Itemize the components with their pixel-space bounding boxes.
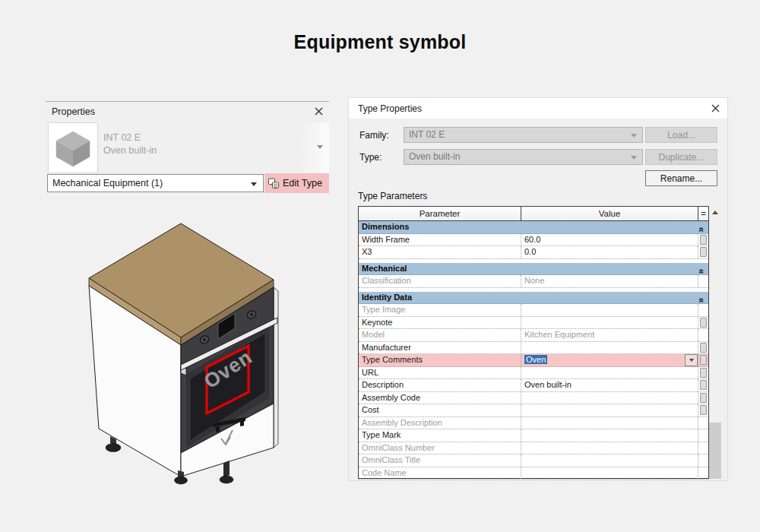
- section-label: Dimensions: [359, 221, 409, 233]
- associate-parameter-button[interactable]: [700, 318, 707, 328]
- parameter-value-cell[interactable]: 60.0: [521, 234, 698, 246]
- type-parameters-table: Parameter Value = DimensionsWidth Frame6…: [358, 206, 709, 479]
- parameter-value-cell[interactable]: [521, 454, 698, 467]
- properties-panel: Properties INT 02 E Oven built-in Mechan…: [46, 101, 329, 194]
- load-button[interactable]: Load...: [645, 127, 717, 143]
- parameter-name-cell: Type Comments: [359, 354, 521, 366]
- edit-type-label: Edit Type: [283, 178, 322, 188]
- parameter-value-cell[interactable]: [521, 304, 698, 316]
- associate-cell: [698, 379, 708, 391]
- parameter-row[interactable]: ModelKitchen Equipment: [359, 329, 708, 342]
- associate-cell: [698, 246, 708, 258]
- parameter-value-cell[interactable]: Oven built-in: [521, 379, 698, 391]
- parameter-value-cell[interactable]: [521, 342, 698, 354]
- parameter-row[interactable]: Keynote: [359, 317, 708, 330]
- parameter-value-cell[interactable]: [521, 429, 698, 442]
- edit-type-button[interactable]: Edit Type: [264, 173, 329, 193]
- parameter-row[interactable]: Type Image: [359, 304, 708, 317]
- type-value: Oven built-in: [409, 151, 460, 162]
- associate-parameter-button[interactable]: [700, 343, 707, 353]
- associate-parameter-button[interactable]: [700, 368, 707, 378]
- parameter-row[interactable]: URL: [359, 367, 708, 380]
- parameter-row[interactable]: Manufacturer: [359, 342, 708, 355]
- associate-cell: [698, 304, 708, 316]
- type-thumbnail[interactable]: [48, 122, 98, 173]
- close-icon[interactable]: [711, 104, 720, 112]
- rename-button[interactable]: Rename...: [645, 170, 717, 186]
- oven-illustration: Oven: [67, 217, 313, 492]
- parameter-value-cell[interactable]: [521, 404, 698, 416]
- properties-title: Properties: [52, 106, 95, 117]
- column-header-value[interactable]: Value: [521, 207, 698, 220]
- scrollbar-thumb[interactable]: [709, 423, 721, 479]
- type-selector-value: Mechanical Equipment (1): [52, 178, 163, 188]
- scroll-up-button[interactable]: [709, 206, 721, 219]
- associate-parameter-button[interactable]: [700, 380, 707, 390]
- section-header-row[interactable]: Dimensions: [359, 221, 708, 234]
- parameter-row[interactable]: Type Mark: [359, 429, 708, 442]
- table-scrollbar[interactable]: [709, 206, 721, 479]
- type-selector-combobox[interactable]: Mechanical Equipment (1): [47, 174, 264, 192]
- parameter-row[interactable]: ClassificationNone: [359, 275, 708, 288]
- parameter-value-cell[interactable]: [521, 442, 698, 454]
- parameter-row[interactable]: Type CommentsOven: [359, 354, 708, 367]
- parameter-value-cell[interactable]: [521, 392, 698, 404]
- parameter-value: 0.0: [524, 247, 536, 256]
- section-header-row[interactable]: Mechanical: [359, 263, 708, 276]
- parameter-row[interactable]: Assembly Code: [359, 392, 708, 405]
- parameter-value-cell[interactable]: None: [521, 275, 698, 287]
- parameter-name-cell: OmniClass Title: [359, 454, 521, 467]
- close-icon[interactable]: [315, 107, 323, 116]
- parameter-row[interactable]: X30.0: [359, 246, 708, 259]
- parameter-value-cell[interactable]: [521, 417, 698, 429]
- associate-parameter-button[interactable]: [700, 235, 707, 245]
- associate-cell: [698, 329, 708, 341]
- type-label: Type:: [359, 152, 382, 163]
- family-name: INT 02 E: [103, 132, 141, 143]
- parameter-value-cell[interactable]: [521, 317, 698, 329]
- parameter-name-cell: Description: [359, 379, 521, 391]
- foot: [175, 477, 188, 484]
- family-combobox[interactable]: INT 02 E: [404, 127, 643, 143]
- section-header-row[interactable]: Identity Data: [359, 292, 708, 305]
- chevron-down-icon: [689, 359, 694, 362]
- parameter-value-cell[interactable]: Oven: [521, 354, 698, 366]
- associate-parameter-button[interactable]: [700, 393, 707, 403]
- parameter-value: None: [524, 276, 544, 285]
- parameter-value-cell[interactable]: 0.0: [521, 246, 698, 258]
- associate-parameter-button[interactable]: [700, 247, 707, 257]
- parameter-name-cell: Classification: [359, 275, 521, 287]
- parameter-name-cell: Manufacturer: [359, 342, 521, 354]
- duplicate-button[interactable]: Duplicate...: [645, 149, 717, 165]
- family-label: Family:: [359, 130, 389, 141]
- table-header: Parameter Value =: [359, 207, 708, 221]
- associate-cell: [698, 342, 708, 354]
- type-parameters-label: Type Parameters: [358, 191, 427, 201]
- oven-3d-view: Oven: [67, 217, 313, 492]
- parameter-row[interactable]: Assembly Description: [359, 417, 708, 430]
- parameter-row[interactable]: OmniClass Number: [359, 442, 708, 455]
- parameter-name-cell: Model: [359, 329, 521, 341]
- value-dropdown-button[interactable]: [685, 354, 698, 366]
- edit-type-icon: [268, 177, 280, 189]
- type-dropdown-strip[interactable]: [300, 122, 329, 173]
- page-title: Equipment symbol: [0, 31, 760, 53]
- parameter-name-cell: URL: [359, 367, 521, 379]
- parameter-value: Oven: [524, 355, 547, 364]
- parameter-value-cell[interactable]: [521, 367, 698, 379]
- parameter-value-cell[interactable]: Kitchen Equipment: [521, 329, 698, 341]
- cube-icon: [51, 126, 95, 170]
- parameter-row[interactable]: Code Name: [359, 467, 708, 480]
- parameter-row[interactable]: OmniClass Title: [359, 454, 708, 467]
- associate-cell: [698, 429, 708, 442]
- associate-cell: [698, 417, 708, 429]
- parameter-row[interactable]: Width Frame60.0: [359, 234, 708, 247]
- parameter-row[interactable]: DescriptionOven built-in: [359, 379, 708, 392]
- parameter-value-cell[interactable]: [521, 467, 698, 480]
- associate-parameter-button[interactable]: [700, 405, 707, 415]
- parameter-row[interactable]: Cost: [359, 404, 708, 417]
- type-combobox[interactable]: Oven built-in: [404, 149, 643, 165]
- column-header-parameter[interactable]: Parameter: [359, 207, 521, 220]
- foot-stem: [223, 461, 230, 477]
- associate-parameter-button[interactable]: [700, 355, 707, 365]
